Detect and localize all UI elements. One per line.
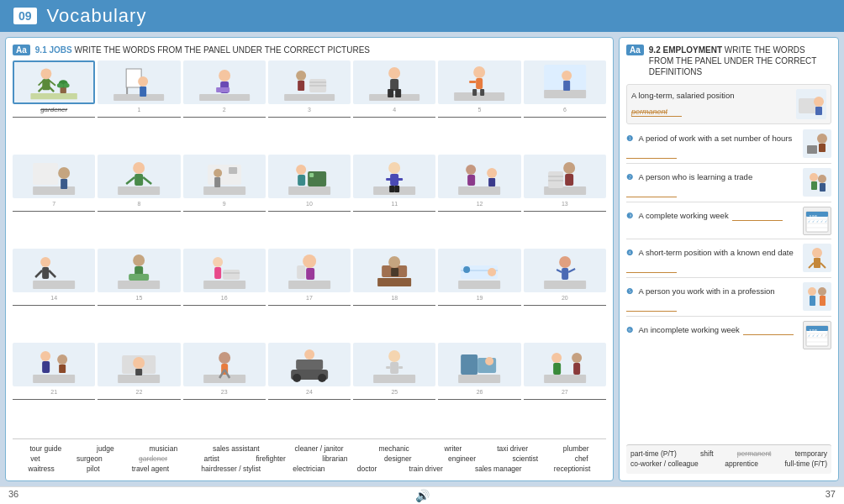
word-taxi-driver: taxi driver <box>494 444 530 454</box>
answer-line-27[interactable]: 27 <box>524 388 606 400</box>
answer-line-9[interactable]: 9 <box>183 200 266 212</box>
answer-line-19[interactable]: 19 <box>438 294 520 306</box>
word-sales-assistant: sales assistant <box>210 444 262 454</box>
answer-line-4[interactable]: 4 <box>353 106 435 118</box>
svg-rect-74 <box>565 174 573 186</box>
answer-bank-row-2: co-worker / colleague apprentice full-ti… <box>630 459 827 468</box>
def-3-text-area: ❸ A complete working week <box>626 207 798 222</box>
job-image-13 <box>524 155 606 198</box>
svg-rect-15 <box>140 87 146 97</box>
job-image-20 <box>524 249 606 292</box>
svg-rect-42 <box>33 163 58 185</box>
word-vet: vet <box>28 454 42 464</box>
svg-point-56 <box>296 165 306 175</box>
answer-line-12[interactable]: 12 <box>438 200 520 212</box>
svg-rect-86 <box>129 274 149 281</box>
answer-line-8[interactable]: 8 <box>98 200 180 212</box>
word-surgeon: surgeon <box>74 454 105 464</box>
svg-rect-20 <box>284 94 335 101</box>
jobs-instruction: WRITE THE WORDS FROM THE PANEL UNDER THE… <box>75 45 371 55</box>
grid-cell-18: 18 <box>353 249 435 340</box>
answer-line-5[interactable]: 5 <box>438 106 520 118</box>
answer-line-23[interactable]: 23 <box>183 388 266 400</box>
word-chef: chef <box>572 454 591 464</box>
answer-line-26[interactable]: 26 <box>438 388 520 400</box>
answer-line-7[interactable]: 7 <box>13 200 95 212</box>
grid-cell-9: 9 <box>183 155 266 246</box>
svg-point-120 <box>219 352 230 364</box>
def-4-answer[interactable] <box>626 264 677 273</box>
svg-rect-147 <box>819 144 826 152</box>
svg-point-128 <box>304 349 314 360</box>
job-image-12 <box>438 155 520 198</box>
answer-line-1[interactable]: 1 <box>98 106 180 118</box>
def-6-answer[interactable] <box>743 326 794 335</box>
answer-line-22[interactable]: 22 <box>98 388 180 400</box>
svg-text:✓: ✓ <box>820 219 823 223</box>
svg-point-43 <box>58 167 70 179</box>
definition-6: ❻ An incomplete working week JUNE ✓ ✓ <box>626 316 831 349</box>
svg-rect-11 <box>113 94 164 101</box>
job-image-25 <box>353 343 435 386</box>
job-image-14 <box>13 249 95 292</box>
svg-rect-129 <box>373 375 415 383</box>
def-2-answer[interactable] <box>626 188 677 197</box>
word-bank-row-3: waitress pilot travel agent hairdresser … <box>13 464 606 474</box>
svg-point-168 <box>808 287 816 296</box>
grid-cell-24: 24 <box>268 343 351 434</box>
svg-point-52 <box>214 169 222 177</box>
job-image-26 <box>438 343 520 386</box>
answer-line-13[interactable]: 13 <box>524 200 606 212</box>
svg-rect-115 <box>118 375 160 383</box>
answer-line-25[interactable]: 25 <box>353 388 435 400</box>
answer-line-11[interactable]: 11 <box>353 200 435 212</box>
job-image-27 <box>524 343 606 386</box>
volume-icon[interactable]: 🔊 <box>415 489 430 502</box>
svg-rect-83 <box>118 281 160 289</box>
svg-rect-125 <box>296 360 323 370</box>
answer-line-17[interactable]: 17 <box>268 294 351 306</box>
svg-rect-67 <box>459 186 501 195</box>
svg-rect-30 <box>395 89 401 97</box>
answer-line-24[interactable]: 24 <box>268 388 351 400</box>
answer-permanent: permanent <box>737 449 772 458</box>
answer-line-0[interactable]: gardener <box>13 106 95 118</box>
grid-cell-1: 1 <box>98 60 180 152</box>
definition-4: ❹ A short-term position with a known end… <box>626 239 831 274</box>
svg-rect-90 <box>223 270 240 280</box>
answer-line-14[interactable]: 14 <box>13 294 95 306</box>
def-5-answer[interactable] <box>626 302 677 312</box>
svg-rect-38 <box>544 90 586 98</box>
svg-rect-107 <box>562 268 568 280</box>
svg-rect-59 <box>309 173 314 177</box>
svg-point-10 <box>63 83 69 88</box>
answer-line-10[interactable]: 10 <box>268 200 351 212</box>
grid-cell-10: 10 <box>268 155 351 246</box>
def-3-answer[interactable] <box>732 212 783 221</box>
job-image-2 <box>183 60 266 104</box>
job-image-11 <box>353 155 435 198</box>
answer-line-16[interactable]: 16 <box>183 294 266 306</box>
answer-line-2[interactable]: 2 <box>183 106 266 118</box>
word-mechanic: mechanic <box>376 444 411 454</box>
grid-cell-7: 7 <box>13 155 95 246</box>
answer-line-20[interactable]: 20 <box>524 294 606 306</box>
def-5-text-area: ❺ A person you work with in a profession <box>626 282 798 312</box>
answer-line-15[interactable]: 15 <box>98 294 180 306</box>
svg-rect-0 <box>30 93 76 99</box>
svg-rect-92 <box>288 281 330 289</box>
svg-point-14 <box>138 76 148 87</box>
word-writer: writer <box>442 444 465 454</box>
svg-point-61 <box>388 162 400 174</box>
word-scientist: scientist <box>509 454 541 464</box>
answer-line-21[interactable]: 21 <box>13 388 95 400</box>
answer-line-3[interactable]: 3 <box>268 106 351 118</box>
def-1-answer[interactable] <box>626 150 677 159</box>
answer-line-6[interactable]: 6 <box>524 106 606 118</box>
svg-point-141 <box>572 353 582 363</box>
answer-part-time: part-time (P/T) <box>630 449 677 458</box>
jobs-image-grid: gardener 1 <box>13 60 606 434</box>
answer-line-18[interactable]: 18 <box>353 294 435 306</box>
grid-cell-8: 8 <box>98 155 180 246</box>
definition-3: ❸ A complete working week JUNE ✓ ✓ <box>626 202 831 235</box>
